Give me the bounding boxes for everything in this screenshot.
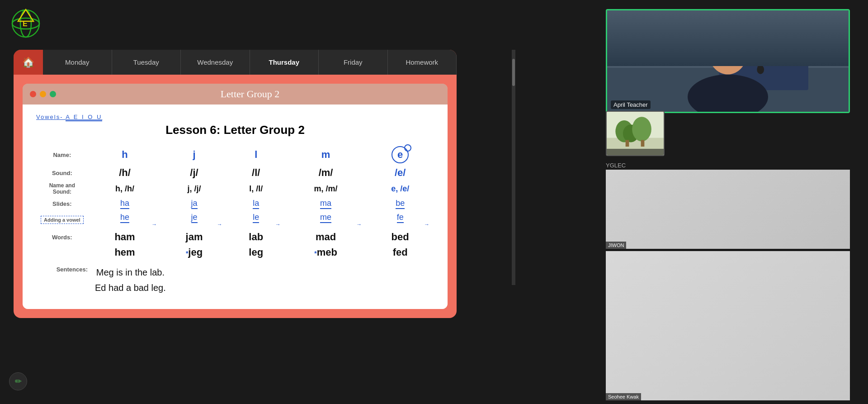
- svg-point-24: [632, 117, 651, 141]
- word-fed: fed: [366, 245, 434, 260]
- row-label-name: Name:: [36, 144, 88, 165]
- sentences: Sentences: Meg is in the lab. Ed had a b…: [36, 265, 434, 295]
- logo: E: [9, 7, 43, 43]
- namesound-l: l, /l/: [227, 181, 285, 197]
- letter-l: l: [227, 144, 285, 165]
- letter-h: h: [88, 144, 162, 165]
- row-label-sound: Sound:: [36, 165, 88, 181]
- slide-me: me →: [285, 211, 367, 229]
- word-hem: hem: [88, 245, 162, 260]
- word-ham: ham: [88, 229, 162, 245]
- row-label-namesound: Name andSound:: [36, 181, 88, 197]
- slide-ma: ma: [285, 197, 367, 211]
- table-row-sound: Sound: /h/ /j/ /l/ /m/ /e/: [36, 165, 434, 181]
- word-leg: leg: [227, 245, 285, 260]
- namesound-j: j, /j/: [161, 181, 226, 197]
- window-title: Letter Group 2: [60, 88, 440, 100]
- teacher-video: April Teacher: [606, 9, 850, 113]
- svg-point-18: [757, 65, 764, 74]
- table-row-slides: Slides: ha ja la ma: [36, 197, 434, 211]
- svg-rect-26: [607, 149, 664, 156]
- slide-je: je →: [161, 211, 226, 229]
- slide-he: he →: [88, 211, 162, 229]
- window-close-btn[interactable]: [30, 91, 36, 97]
- letter-e-circle: e: [366, 144, 434, 165]
- table-row-words-bottom: hem *jeg leg *meb fed: [36, 245, 434, 260]
- table-row-namesound: Name andSound: h, /h/ j, /j/ l, /l/ m, /…: [36, 181, 434, 197]
- sentence-1: Meg is in the lab.: [95, 265, 166, 280]
- main-area: E ✏ 🏠 Monday Tuesday Wednesday: [0, 0, 515, 404]
- vowels-label: Vowels- A E I O U: [36, 114, 434, 121]
- word-lab: lab: [227, 229, 285, 245]
- tab-tuesday[interactable]: Tuesday: [112, 50, 181, 75]
- svg-rect-25: [641, 140, 645, 147]
- svg-text:E: E: [23, 20, 28, 28]
- letter-m: m: [285, 144, 367, 165]
- window-minimize-btn[interactable]: [40, 91, 46, 97]
- teacher-label: April Teacher: [611, 100, 651, 109]
- slide-fe: fe →: [366, 211, 434, 229]
- thumbnail-svg: [607, 111, 664, 156]
- sound-l: /l/: [227, 165, 285, 181]
- word-bed: bed: [366, 229, 434, 245]
- window-titlebar: Letter Group 2: [23, 84, 448, 105]
- sentence-row-label: Sentences: Meg is in the lab. Ed had a b…: [36, 265, 434, 295]
- nav-tabs: Monday Tuesday Wednesday Thursday Friday…: [43, 50, 457, 75]
- nav-bar: 🏠 Monday Tuesday Wednesday Thursday Frid…: [14, 50, 457, 75]
- sound-m: /m/: [285, 165, 367, 181]
- sound-e: /e/: [366, 165, 434, 181]
- scroll-thumb[interactable]: [512, 59, 515, 86]
- slide-window: Letter Group 2 Vowels- A E I O U Lesson …: [23, 84, 448, 309]
- namesound-e: e, /e/: [366, 181, 434, 197]
- edit-button[interactable]: ✏: [9, 372, 27, 390]
- scroll-divider: [512, 50, 515, 285]
- letter-j: j: [161, 144, 226, 165]
- teacher-bg: [607, 10, 849, 66]
- slide-la: la: [227, 197, 285, 211]
- tab-wednesday[interactable]: Wednesday: [181, 50, 250, 75]
- lesson-table: Name: h j l m e Sound: /h/ /j/: [36, 144, 434, 260]
- lesson-container: 🏠 Monday Tuesday Wednesday Thursday Frid…: [14, 50, 457, 318]
- namesound-h: h, /h/: [88, 181, 162, 197]
- slide-be: be: [366, 197, 434, 211]
- yglec-label: YGLEC: [606, 162, 626, 169]
- word-jeg: *jeg: [161, 245, 226, 260]
- svg-rect-23: [626, 140, 629, 147]
- word-meb: *meb: [285, 245, 367, 260]
- participant-seohee: Seohee Kwak: [606, 251, 850, 400]
- window-maximize-btn[interactable]: [50, 91, 56, 97]
- row-label-words: Words:: [36, 229, 88, 245]
- table-row-words-top: Words: ham jam lab mad bed: [36, 229, 434, 245]
- word-mad: mad: [285, 229, 367, 245]
- thumbnail-video[interactable]: [606, 111, 665, 156]
- table-row-slides-bottom: Adding a vowel he → je → le →: [36, 211, 434, 229]
- tab-thursday[interactable]: Thursday: [250, 50, 319, 75]
- tab-homework[interactable]: Homework: [388, 50, 457, 75]
- sound-h: /h/: [88, 165, 162, 181]
- lesson-title: Lesson 6: Letter Group 2: [36, 123, 434, 137]
- teacher-figure: [607, 10, 849, 112]
- participant-jiwon: JIWON: [606, 170, 850, 249]
- tab-monday[interactable]: Monday: [43, 50, 112, 75]
- row-label-slides: Slides:: [36, 197, 88, 211]
- slide-le: le →: [227, 211, 285, 229]
- edit-icon: ✏: [15, 376, 22, 386]
- lesson-content: Vowels- A E I O U Lesson 6: Letter Group…: [23, 105, 448, 309]
- slide-ha: ha: [88, 197, 162, 211]
- namesound-m: m, /m/: [285, 181, 367, 197]
- sound-j: /j/: [161, 165, 226, 181]
- slide-ja: ja: [161, 197, 226, 211]
- row-label-adding: Adding a vowel: [36, 211, 88, 229]
- home-button[interactable]: 🏠: [14, 50, 43, 75]
- home-icon: 🏠: [22, 57, 34, 68]
- participant-jiwon-label: JIWON: [606, 242, 626, 249]
- sentence-2: Ed had a bad leg.: [95, 280, 166, 295]
- sidebar: April Teacher YGLEC JIWON Seohee Kwak: [515, 0, 868, 404]
- word-jam: jam: [161, 229, 226, 245]
- tab-friday[interactable]: Friday: [319, 50, 388, 75]
- participant-seohee-label: Seohee Kwak: [606, 393, 641, 400]
- table-row-name: Name: h j l m e: [36, 144, 434, 165]
